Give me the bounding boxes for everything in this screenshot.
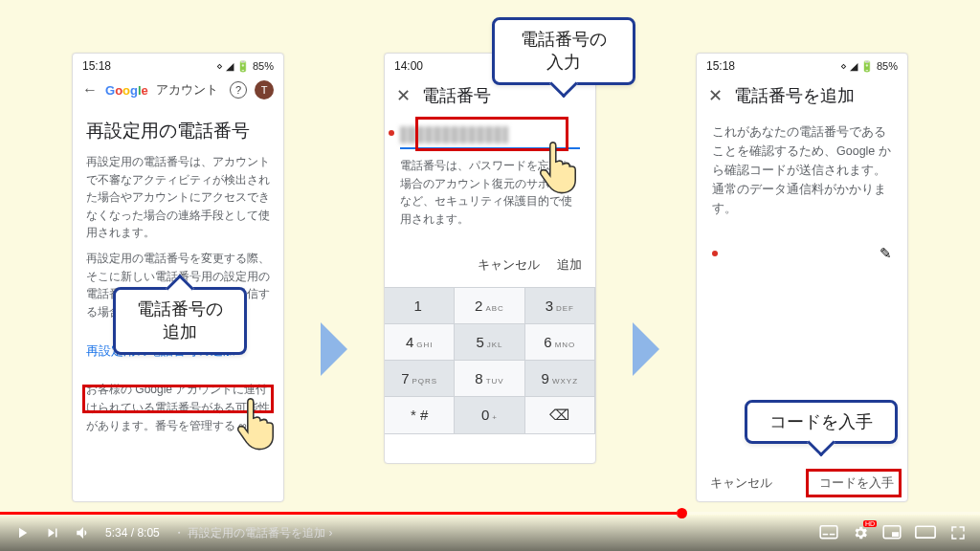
body-text: これがあなたの電話番号であることを確認するため、Google から確認コードが送…: [697, 117, 907, 224]
avatar[interactable]: T: [255, 80, 274, 99]
numeric-keypad: 1 2ABC 3DEF 4GHI 5JKL 6MNO 7PQRS 8TUV 9W…: [385, 287, 595, 434]
flag-dot-icon: [712, 251, 718, 256]
subtitles-button[interactable]: [819, 525, 838, 540]
key-2[interactable]: 2ABC: [455, 288, 524, 324]
key-7[interactable]: 7PQRS: [385, 361, 455, 397]
flag-dot-icon: [389, 130, 394, 136]
miniplayer-button[interactable]: [882, 525, 902, 540]
player-controls: 5:34 / 8:05 ・ 再設定用の電話番号を追加 ›: [0, 515, 980, 551]
key-sym[interactable]: * #: [385, 397, 455, 434]
fullscreen-button[interactable]: [949, 524, 967, 541]
phone-2: 14:00 ✕ 電話番号 電話番号は、パスワードを忘れた場合のアカウント復元のサ…: [384, 53, 596, 464]
pointer-hand-icon: [232, 394, 278, 452]
key-9[interactable]: 9WXYZ: [525, 361, 595, 397]
status-time: 15:18: [82, 59, 111, 73]
svg-rect-2: [830, 534, 835, 536]
callout-add-phone: 電話番号の 追加: [113, 287, 247, 355]
close-icon[interactable]: ✕: [396, 85, 411, 106]
callout-get-code: コードを入手: [745, 400, 898, 444]
svg-rect-5: [916, 526, 935, 538]
cancel-button[interactable]: キャンセル: [478, 256, 540, 274]
key-backspace[interactable]: ⌫: [525, 397, 595, 434]
screen-title: 電話番号: [422, 84, 491, 107]
back-icon[interactable]: ←: [82, 81, 98, 99]
google-logo: Google: [105, 83, 148, 98]
key-6[interactable]: 6MNO: [525, 324, 595, 361]
page-title: 再設定用の電話番号: [86, 119, 270, 143]
close-icon[interactable]: ✕: [708, 85, 723, 106]
callout-enter-phone: 電話番号の 入力: [492, 17, 635, 85]
edit-icon[interactable]: ✎: [880, 245, 892, 262]
arrow-icon: [633, 322, 659, 376]
app-bar: ← Google アカウント ? T: [73, 75, 283, 105]
svg-rect-4: [892, 532, 899, 537]
phone-number-blurred: [400, 126, 508, 143]
svg-rect-0: [820, 526, 837, 539]
status-time: 14:00: [394, 59, 423, 73]
arrow-icon: [321, 322, 347, 376]
play-button[interactable]: [13, 524, 31, 541]
status-right: ⋄ ◢ 🔋 85%: [216, 60, 274, 73]
time-display: 5:34 / 8:05: [105, 526, 160, 540]
screen-title: 電話番号を追加: [734, 84, 855, 107]
key-5[interactable]: 5JKL: [455, 324, 524, 361]
key-3[interactable]: 3DEF: [525, 288, 595, 324]
get-code-button[interactable]: コードを入手: [819, 474, 894, 492]
pointer-hand-icon: [534, 138, 580, 195]
body-text-1: 再設定用の電話番号は、アカウントで不審なアクティビティが検出された場合やアカウン…: [86, 153, 270, 242]
status-bar: 15:18 ⋄ ◢ 🔋 85%: [73, 54, 283, 75]
status-bar: 15:18 ⋄ ◢ 🔋 85%: [697, 54, 907, 75]
status-right: ⋄ ◢ 🔋 85%: [840, 60, 898, 73]
next-button[interactable]: [44, 524, 61, 541]
account-label: アカウント: [156, 81, 218, 99]
key-4[interactable]: 4GHI: [385, 324, 455, 361]
key-0[interactable]: 0+: [455, 397, 524, 434]
phone-number-blurred: [754, 247, 844, 260]
svg-rect-1: [823, 534, 829, 536]
key-1[interactable]: 1: [385, 288, 455, 324]
chapter-title[interactable]: ・ 再設定用の電話番号を追加 ›: [173, 525, 333, 541]
settings-button[interactable]: [852, 524, 869, 541]
status-time: 15:18: [706, 59, 735, 73]
cancel-button[interactable]: キャンセル: [710, 474, 772, 492]
help-icon[interactable]: ?: [230, 81, 247, 99]
add-button[interactable]: 追加: [557, 256, 582, 274]
video-frame: 15:18 ⋄ ◢ 🔋 85% ← Google アカウント ? T 再設定用の…: [0, 0, 980, 551]
theater-button[interactable]: [915, 525, 936, 540]
phone-display-row: ✎: [712, 245, 892, 262]
key-8[interactable]: 8TUV: [455, 361, 524, 397]
volume-button[interactable]: [75, 524, 92, 541]
